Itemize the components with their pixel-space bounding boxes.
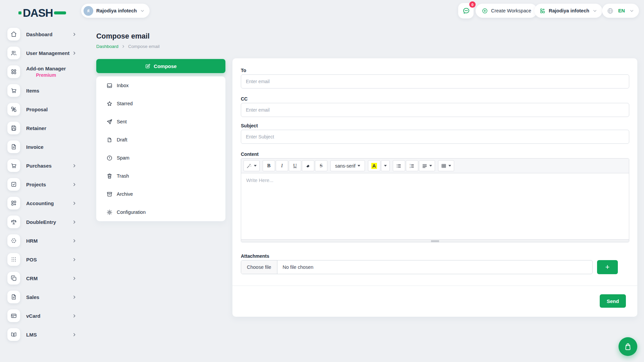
caret-down-icon [448,165,451,167]
create-workspace-label: Create Workspace [491,8,531,13]
unordered-list-button[interactable] [393,160,405,171]
cc-input[interactable] [241,103,629,117]
sidebar-item-label: Invoice [26,144,44,150]
folder-draft[interactable]: Draft [96,131,225,149]
language-selector[interactable]: EN [602,4,639,18]
table-button[interactable] [438,160,454,171]
copy-icon [7,272,20,285]
paragraph-align-button[interactable] [419,160,435,171]
inbox-icon [106,82,113,89]
clear-format-button[interactable] [302,160,314,171]
sidebar-item-doubleentry[interactable]: DoubleEntry [0,213,87,231]
grid-plus-icon [7,197,20,209]
text-color-button[interactable]: A [368,160,380,171]
send-button[interactable]: Send [600,294,626,308]
caret-down-icon [429,165,432,167]
color-dropdown-button[interactable] [381,160,390,171]
compose-pencil-icon [145,63,151,69]
sidebar-item-sales[interactable]: Sales [0,288,87,306]
sidebar-item-label: User Management [26,50,69,56]
sidebar-item-user-management[interactable]: User Management [0,44,87,62]
floating-action-button[interactable] [619,337,637,356]
table-grid-icon [441,163,446,169]
folder-label: Configuration [117,209,146,215]
sidebar-item-label: LMS [26,332,37,338]
chat-bubble-icon [462,7,470,15]
folder-trash[interactable]: Trash [96,167,225,185]
target-icon [7,234,20,247]
check-square-icon [7,178,20,191]
sidebar-item-lms[interactable]: LMS [0,325,87,344]
svg-text:1: 1 [410,163,411,165]
font-family-dropdown[interactable]: sans-serif [330,160,365,171]
chevron-right-icon [72,333,76,337]
sidebar-item-projects[interactable]: Projects [0,175,87,194]
premium-badge: Premium [36,72,56,78]
folder-archive[interactable]: Archive [96,185,225,203]
workspace-selector[interactable]: Rajodiya infotech [81,4,150,18]
style-dropdown-button[interactable] [244,160,260,171]
chevron-down-icon [592,8,597,13]
sidebar-item-proposal[interactable]: Proposal [0,100,87,119]
brand-logo[interactable]: DASH [18,7,66,18]
to-input[interactable] [241,74,629,88]
sidebar-item-purchases[interactable]: Purchases [0,156,87,175]
folder-configuration[interactable]: Configuration [96,203,225,221]
chevron-right-icon [72,257,76,262]
chevron-right-icon [72,32,76,37]
sidebar-item-label: Proposal [26,107,48,112]
folder-label: Trash [117,173,129,179]
editor-toolbar: B I U S sans-serif A [241,159,629,173]
underline-button[interactable]: U [289,160,301,171]
sidebar-item-addon-manager[interactable]: Add-on Manager Premium [0,62,87,81]
folder-inbox[interactable]: Inbox [96,76,225,95]
compose-button[interactable]: Compose [96,59,225,73]
create-workspace-button[interactable]: Create Workspace [476,4,537,18]
sidebar-item-label: POS [26,257,37,262]
folder-sent[interactable]: Sent [96,113,225,131]
folder-spam[interactable]: Spam [96,149,225,167]
sidebar-item-items[interactable]: Items [0,81,87,100]
bold-button[interactable]: B [263,160,275,171]
ordered-list-button[interactable]: 12 [406,160,418,171]
book-icon [7,328,20,341]
send-icon [106,119,113,125]
file-text-icon [7,140,20,153]
workspace-menu-button[interactable]: Rajodiya infotech [534,4,602,18]
sidebar-item-accounting[interactable]: Accounting [0,194,87,213]
sidebar-item-invoice[interactable]: Invoice [0,137,87,156]
editor-resize-handle[interactable] [241,239,629,242]
choose-file-button[interactable]: Choose file [241,260,277,274]
sidebar-item-vcard[interactable]: vCard [0,306,87,325]
attachments-file-input[interactable]: Choose file No file chosen [241,260,593,274]
italic-button[interactable]: I [276,160,288,171]
sidebar-item-label: Sales [26,294,39,300]
subject-label: Subject [241,123,258,128]
cart-icon [7,84,20,97]
sidebar-item-label: vCard [26,313,41,319]
sidebar-item-dashboard[interactable]: Dashboard [0,25,87,44]
sidebar-item-hrm[interactable]: HRM [0,231,87,250]
star-icon [106,101,113,107]
scales-icon [7,216,20,228]
sidebar-item-crm[interactable]: CRM [0,269,87,288]
strikethrough-button[interactable]: S [315,160,327,171]
bullet-list-icon [396,163,401,169]
gear-icon [106,209,113,216]
content-label: Content [241,152,259,157]
archive-icon [106,191,113,197]
plus-circle-icon [482,8,488,14]
sidebar: Dashboard User Management Add-on Manager… [0,25,87,344]
editor-content-area[interactable]: Write Here... [241,173,629,239]
editor-placeholder: Write Here... [246,178,273,183]
add-attachment-button[interactable]: + [597,260,618,274]
sidebar-item-retainer[interactable]: Retainer [0,119,87,137]
folder-starred[interactable]: Starred [96,95,225,113]
subject-input[interactable] [241,130,629,144]
building-icon [86,8,91,13]
messages-button[interactable]: 0 [458,3,474,18]
sidebar-item-pos[interactable]: POS [0,250,87,269]
swap-squares-icon [7,103,20,116]
folder-label: Sent [117,119,127,124]
breadcrumb-dashboard-link[interactable]: Dashboard [96,44,118,49]
